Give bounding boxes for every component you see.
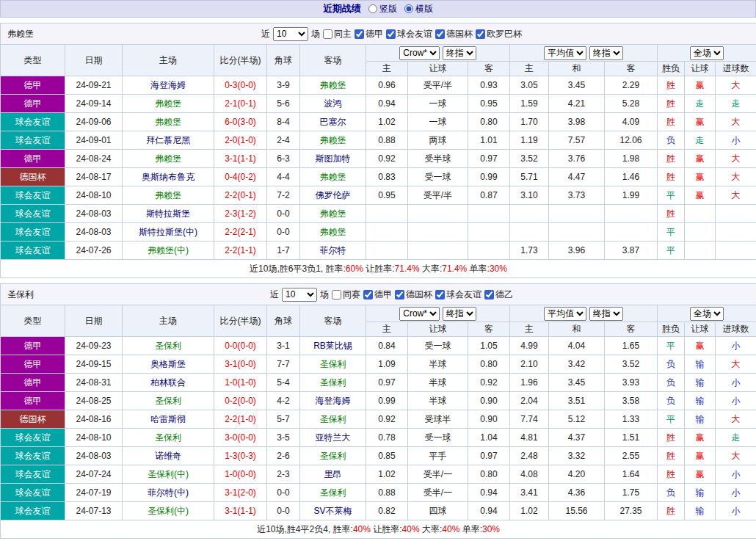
league-badge[interactable]: 球会友谊: [1, 223, 65, 242]
league-badge[interactable]: 德甲: [1, 150, 65, 168]
layout-radio-horizontal[interactable]: [404, 4, 413, 13]
home-team[interactable]: 弗赖堡(中): [123, 242, 214, 260]
league-badge[interactable]: 球会友谊: [1, 429, 65, 447]
away-team[interactable]: 波鸿: [300, 95, 366, 113]
league-checkbox[interactable]: [395, 290, 404, 299]
layout-option-horizontal[interactable]: 横版: [404, 3, 433, 15]
home-team[interactable]: 斯特拉斯堡(中): [123, 223, 214, 242]
league-badge[interactable]: 德甲: [1, 95, 65, 113]
same-checkbox[interactable]: [332, 290, 341, 299]
league-filter[interactable]: 德甲: [355, 28, 383, 40]
league-badge[interactable]: 球会友谊: [1, 484, 65, 502]
odds-type-select[interactable]: 终指: [443, 46, 476, 60]
league-badge[interactable]: 德甲: [1, 355, 65, 374]
same-filter[interactable]: 同主: [323, 28, 352, 40]
away-team[interactable]: 圣保利: [300, 410, 366, 429]
home-team[interactable]: 圣保利: [123, 429, 214, 447]
league-filter[interactable]: 球会友谊: [386, 28, 432, 40]
away-team[interactable]: 圣保利: [300, 447, 366, 465]
league-badge[interactable]: 德国杯: [1, 410, 65, 429]
odds-company-select[interactable]: Crow*: [399, 46, 440, 60]
league-badge[interactable]: 德甲: [1, 374, 65, 392]
league-filter[interactable]: 球会友谊: [435, 288, 481, 301]
league-checkbox[interactable]: [484, 290, 494, 299]
avg-source-select[interactable]: 平均值: [544, 46, 586, 60]
home-team[interactable]: 奥斯纳布鲁克: [123, 168, 214, 186]
home-team[interactable]: 弗赖堡: [123, 150, 214, 168]
league-checkbox[interactable]: [355, 29, 364, 39]
league-badge[interactable]: 球会友谊: [1, 113, 65, 131]
home-team[interactable]: 弗赖堡: [123, 95, 214, 113]
home-team[interactable]: 柏林联合: [123, 374, 214, 392]
avg-type-select[interactable]: 终指: [589, 46, 623, 60]
away-team[interactable]: 亚特兰大: [300, 429, 366, 447]
away-team[interactable]: 斯图加特: [300, 150, 366, 168]
away-team[interactable]: 弗赖堡: [300, 76, 366, 95]
home-team[interactable]: 圣保利(中): [123, 502, 214, 520]
same-filter[interactable]: 同赛: [332, 288, 360, 301]
scope-select[interactable]: 全场: [690, 46, 724, 60]
away-team[interactable]: 圣保利: [300, 374, 366, 392]
away-team[interactable]: 菲尔特: [300, 242, 366, 260]
league-filter[interactable]: 欧罗巴杯: [476, 28, 522, 40]
league-badge[interactable]: 球会友谊: [1, 502, 65, 520]
away-team[interactable]: 弗赖堡: [300, 205, 366, 223]
league-badge[interactable]: 球会友谊: [1, 465, 65, 484]
layout-option-vertical[interactable]: 竖版: [368, 3, 397, 15]
avg-type-select[interactable]: 终指: [589, 307, 623, 321]
home-team[interactable]: 海登海姆: [123, 76, 214, 95]
home-team[interactable]: 圣保利: [123, 337, 214, 355]
league-filter[interactable]: 德国杯: [435, 28, 473, 40]
league-filter[interactable]: 德乙: [484, 288, 513, 301]
league-badge[interactable]: 德甲: [1, 392, 65, 410]
away-team[interactable]: 圣保利: [300, 355, 366, 374]
league-badge[interactable]: 德甲: [1, 76, 65, 95]
league-badge[interactable]: 德国杯: [1, 168, 65, 186]
away-team[interactable]: 弗赖堡: [300, 131, 366, 150]
league-filter[interactable]: 德甲: [363, 288, 392, 301]
home-team[interactable]: 奥格斯堡: [123, 355, 214, 374]
away-team[interactable]: 海登海姆: [300, 392, 366, 410]
league-checkbox[interactable]: [476, 29, 485, 39]
league-checkbox[interactable]: [386, 29, 396, 39]
match-count-select[interactable]: 10: [273, 27, 308, 41]
league-checkbox[interactable]: [363, 290, 373, 299]
same-checkbox[interactable]: [323, 29, 332, 39]
home-team[interactable]: 斯特拉斯堡: [123, 205, 214, 223]
handicap-result: 走: [685, 131, 716, 150]
away-team[interactable]: 弗赖堡: [300, 223, 366, 242]
home-team[interactable]: 弗赖堡: [123, 186, 214, 205]
match-count-select[interactable]: 10: [282, 288, 317, 302]
home-team[interactable]: 弗赖堡: [123, 113, 214, 131]
away-team[interactable]: 巴塞尔: [300, 113, 366, 131]
odds-company-select[interactable]: Crow*: [399, 307, 440, 321]
away-team[interactable]: 佛罗伦萨: [300, 186, 366, 205]
league-badge[interactable]: 球会友谊: [1, 186, 65, 205]
odds-type-select[interactable]: 终指: [443, 307, 476, 321]
home-team[interactable]: 哈雷斯彻: [123, 410, 214, 429]
league-badge[interactable]: 球会友谊: [1, 131, 65, 150]
scope-select[interactable]: 全场: [690, 307, 724, 321]
league-badge[interactable]: 球会友谊: [1, 447, 65, 465]
league-badge[interactable]: 球会友谊: [1, 205, 65, 223]
avg-source-select[interactable]: 平均值: [544, 307, 586, 321]
col-header-corner: 角球: [267, 45, 300, 76]
league-checkbox[interactable]: [435, 29, 445, 39]
league-checkbox[interactable]: [435, 290, 445, 299]
home-team[interactable]: 圣保利: [123, 392, 214, 410]
away-team[interactable]: 弗赖堡: [300, 168, 366, 186]
away-team[interactable]: 里昂: [300, 465, 366, 484]
match-date: 24-09-21: [65, 76, 123, 95]
filter-bar: 近 10 场 同赛 德甲德国杯球会友谊德乙: [34, 288, 749, 302]
home-team[interactable]: 拜仁慕尼黑: [123, 131, 214, 150]
home-team[interactable]: 圣保利(中): [123, 465, 214, 484]
league-badge[interactable]: 球会友谊: [1, 242, 65, 260]
away-team[interactable]: 圣保利: [300, 484, 366, 502]
away-team[interactable]: RB莱比锡: [300, 337, 366, 355]
home-team[interactable]: 诺维奇: [123, 447, 214, 465]
league-badge[interactable]: 德甲: [1, 337, 65, 355]
layout-radio-vertical[interactable]: [368, 4, 377, 13]
league-filter[interactable]: 德国杯: [395, 288, 432, 301]
away-team[interactable]: SV不莱梅: [300, 502, 366, 520]
home-team[interactable]: 菲尔特(中): [123, 484, 214, 502]
